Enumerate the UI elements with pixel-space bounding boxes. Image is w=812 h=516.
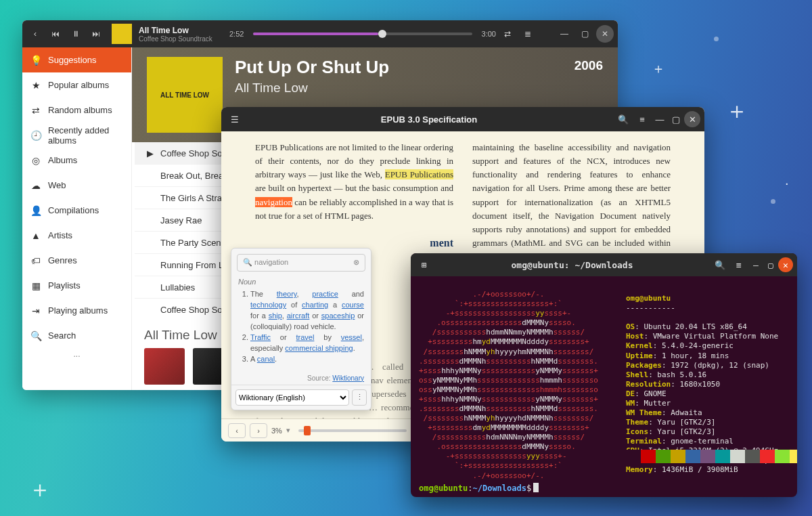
sidebar-label: Suggestions xyxy=(48,55,97,65)
track-title: Jasey Rae xyxy=(160,215,202,225)
queue-button[interactable]: ≣ xyxy=(519,25,537,43)
sidebar-more[interactable]: ... xyxy=(22,348,131,360)
terminal-header: ⊞ omg@ubuntu: ~/Downloads 🔍 ≡ — ▢ ✕ xyxy=(411,253,797,276)
dict-pos: Noun xyxy=(238,278,256,286)
dict-sense: Traffic or travel by vessel, especially … xyxy=(250,332,364,354)
sidebar-icon: 👤 xyxy=(30,205,41,216)
info-line: Icons: Yaru [GTK2/3] xyxy=(626,427,783,437)
sidebar-label: Popular albums xyxy=(48,80,109,90)
clear-icon[interactable]: ⊗ xyxy=(353,257,359,268)
info-line: OS: Ubuntu 20.04 LTS x86_64 xyxy=(626,322,783,332)
dict-more-button[interactable]: ⋮ xyxy=(352,389,367,406)
sidebar-icon: ★ xyxy=(30,80,41,91)
prev-track-button[interactable]: ⏮ xyxy=(47,25,64,43)
maximize-button[interactable]: ▢ xyxy=(576,25,593,43)
info-line: DE: GNOME xyxy=(626,389,783,399)
palette-swatch xyxy=(775,450,790,463)
palette-swatch xyxy=(685,450,700,463)
progress-slider[interactable] xyxy=(298,429,407,432)
info-line: Kernel: 5.4.0-24-generic xyxy=(626,341,783,351)
sidebar-label: Web xyxy=(48,180,66,190)
info-line: Terminal: gnome-terminal xyxy=(626,437,783,446)
sidebar-item[interactable]: 👤Compilations xyxy=(22,198,131,223)
palette-swatch xyxy=(760,450,775,463)
time-total: 3:00 xyxy=(482,30,496,38)
dict-source-select[interactable]: Wiktionary (English) xyxy=(235,389,349,406)
sidebar-item[interactable]: ◎Albums xyxy=(22,148,131,173)
shuffle-button[interactable]: ⇄ xyxy=(499,25,516,43)
progress-pct: 3% xyxy=(271,427,282,435)
info-line: Theme: Yaru [GTK2/3] xyxy=(626,418,783,427)
palette-swatch xyxy=(715,450,730,463)
seek-slider[interactable] xyxy=(253,33,472,35)
sidebar-item[interactable]: ▲Artists xyxy=(22,223,131,248)
sidebar-label: Random albums xyxy=(48,105,112,115)
sidebar-item[interactable]: ⇄Random albums xyxy=(22,98,131,123)
sidebar-icon: ▲ xyxy=(30,230,41,241)
sidebar-icon: 🔍 xyxy=(30,330,41,341)
minimize-button[interactable]: — xyxy=(652,111,668,127)
now-playing-title: All Time Low xyxy=(139,26,227,35)
highlight-orange: navigation xyxy=(255,197,292,207)
info-line: Host: VMware Virtual Platform None xyxy=(626,332,783,341)
palette-swatch xyxy=(790,450,797,463)
sidebar-label: Playlists xyxy=(48,280,81,291)
highlight-yellow: EPUB Publications xyxy=(385,169,453,179)
play-icon: ▶ xyxy=(147,148,154,158)
terminal-window: ⊞ omg@ubuntu: ~/Downloads 🔍 ≡ — ▢ ✕ .-/+… xyxy=(411,253,797,497)
back-button[interactable]: ‹ xyxy=(26,25,44,43)
next-track-button[interactable]: ⏭ xyxy=(87,25,105,43)
search-button[interactable]: 🔍 xyxy=(614,110,633,128)
minimize-button[interactable]: — xyxy=(748,257,763,272)
sidebar-icon: ⇥ xyxy=(30,305,41,316)
prev-page-button[interactable]: ‹ xyxy=(228,423,246,438)
palette-swatch xyxy=(656,450,671,463)
sidebar-item[interactable]: 🔍Search xyxy=(22,323,131,348)
sidebar-icon: ☁ xyxy=(30,180,41,191)
shell-prompt[interactable]: omg@ubuntu:~/Downloads$ xyxy=(419,483,539,493)
sidebar-item[interactable]: 🕘Recently added albums xyxy=(22,123,131,148)
info-line: Memory: 1436MiB / 3908MiB xyxy=(626,465,783,475)
sidebar-item[interactable]: ★Popular albums xyxy=(22,72,131,98)
color-palette xyxy=(626,450,797,463)
sidebar-icon: ◎ xyxy=(30,155,41,166)
sidebar-icon: ⇄ xyxy=(30,105,41,116)
sidebar-label: Playing albums xyxy=(48,305,108,316)
info-line: Resolution: 1680x1050 xyxy=(626,380,783,389)
toc-button[interactable]: ☰ xyxy=(225,110,244,128)
maximize-button[interactable]: ▢ xyxy=(668,111,684,127)
music-header: ‹ ⏮ ⏸ ⏭ All Time Low Coffee Shop Soundtr… xyxy=(22,20,618,47)
close-button[interactable]: ✕ xyxy=(778,257,793,272)
sidebar-icon: 💡 xyxy=(30,55,41,66)
maximize-button[interactable]: ▢ xyxy=(763,257,778,272)
next-page-button[interactable]: › xyxy=(250,423,267,438)
sidebar-item[interactable]: ☁Web xyxy=(22,173,131,198)
new-tab-button[interactable]: ⊞ xyxy=(415,256,434,274)
dict-search-input[interactable]: 🔍 navigation ⊗ xyxy=(237,254,365,272)
pause-button[interactable]: ⏸ xyxy=(67,25,85,43)
sidebar-item[interactable]: ⇥Playing albums xyxy=(22,298,131,323)
album-title: Put Up Or Shut Up xyxy=(235,57,389,78)
track-title: Lullabies xyxy=(160,282,195,293)
info-line: Packages: 1972 (dpkg), 12 (snap) xyxy=(626,361,783,370)
related-album-tile[interactable] xyxy=(144,348,185,385)
dictionary-popup: 🔍 navigation ⊗ Noun The theory, practice… xyxy=(231,248,371,410)
sidebar-item[interactable]: 💡Suggestions xyxy=(22,47,131,72)
minimize-button[interactable]: — xyxy=(556,25,573,43)
palette-swatch xyxy=(745,450,760,463)
neofetch-info: omg@ubuntu ----------- OS: Ubuntu 20.04 … xyxy=(626,284,783,475)
epub-header: ☰ EPUB 3.0 Specification 🔍 ≡ — ▢ ✕ xyxy=(221,107,704,131)
menu-button[interactable]: ≡ xyxy=(729,256,748,274)
search-button[interactable]: 🔍 xyxy=(710,256,729,274)
sidebar-item[interactable]: ▦Playlists xyxy=(22,273,131,298)
sidebar-label: Genres xyxy=(48,255,77,265)
menu-button[interactable]: ≡ xyxy=(633,110,652,128)
sidebar-item[interactable]: 🏷Genres xyxy=(22,248,131,273)
sidebar-label: Compilations xyxy=(48,205,99,215)
now-playing-subtitle: Coffee Shop Soundtrack xyxy=(139,35,227,43)
info-line: Uptime: 1 hour, 18 mins xyxy=(626,351,783,361)
terminal-title: omg@ubuntu: ~/Downloads xyxy=(434,260,710,270)
close-button[interactable]: ✕ xyxy=(684,111,700,127)
close-button[interactable]: ✕ xyxy=(596,25,614,43)
album-artist: All Time Low xyxy=(235,81,389,95)
